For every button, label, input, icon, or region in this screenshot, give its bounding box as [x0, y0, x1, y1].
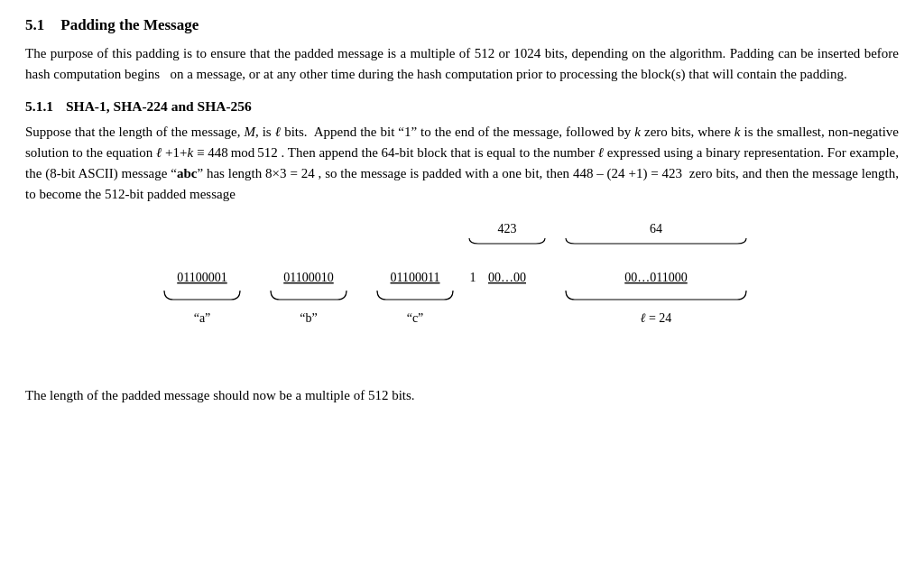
svg-text:00…00: 00…00: [488, 271, 526, 284]
section-title: 5.1 Padding the Message: [25, 16, 899, 34]
svg-text:01100010: 01100010: [283, 271, 333, 284]
section-5-1: 5.1 Padding the Message The purpose of t…: [25, 16, 899, 376]
subsection-title: 5.1.1 SHA-1, SHA-224 and SHA-256: [25, 98, 899, 115]
subsection-number: 5.1.1: [25, 98, 53, 115]
svg-text:1: 1: [470, 271, 476, 284]
svg-text:423: 423: [498, 222, 517, 236]
svg-text:01100011: 01100011: [391, 271, 440, 284]
section-heading: Padding the Message: [60, 16, 199, 34]
svg-text:00…011000: 00…011000: [624, 271, 687, 284]
section-intro: The purpose of this padding is to ensure…: [25, 43, 899, 86]
svg-text:64: 64: [650, 222, 662, 236]
footer-text: The length of the padded message should …: [25, 385, 899, 406]
padding-diagram: 423 64 01100001 01100010 01100011 1: [155, 218, 769, 376]
subsection-heading: SHA-1, SHA-224 and SHA-256: [66, 98, 252, 115]
diagram-container: 423 64 01100001 01100010 01100011 1: [25, 218, 899, 376]
svg-text:“a”: “a”: [194, 311, 211, 325]
svg-text:“c”: “c”: [407, 311, 424, 325]
svg-text:01100001: 01100001: [177, 271, 226, 284]
svg-text:“b”: “b”: [300, 311, 317, 325]
subsection-5-1-1: 5.1.1 SHA-1, SHA-224 and SHA-256 Suppose…: [25, 98, 899, 376]
svg-text:ℓ = 24: ℓ = 24: [641, 311, 672, 325]
section-number: 5.1: [25, 16, 44, 34]
subsection-body: Suppose that the length of the message, …: [25, 122, 899, 206]
